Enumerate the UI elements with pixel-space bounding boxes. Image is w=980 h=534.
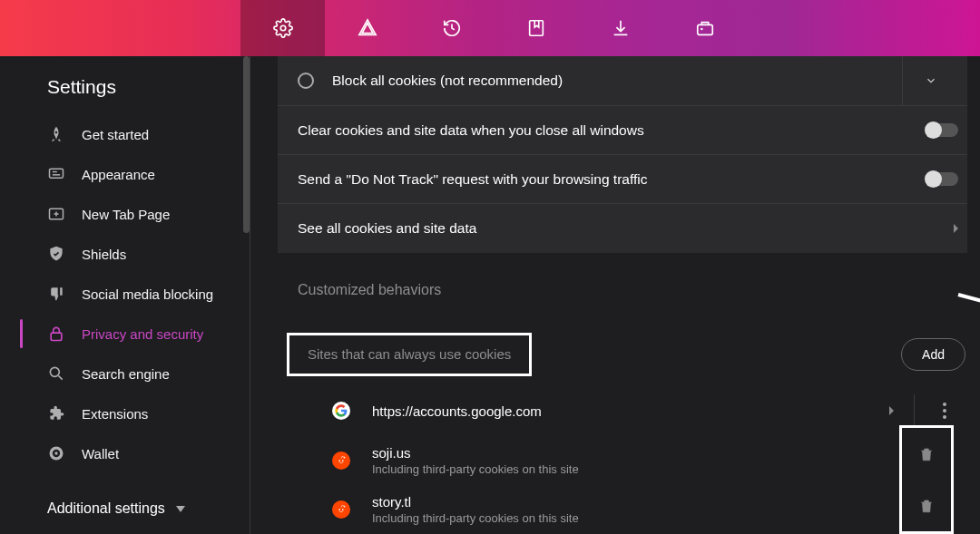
site-url: story.tl xyxy=(372,494,971,510)
extension-icon xyxy=(47,404,65,422)
appearance-icon xyxy=(47,165,65,183)
svg-point-16 xyxy=(338,460,340,461)
sidebar-item-extensions[interactable]: Extensions xyxy=(0,393,250,433)
search-icon xyxy=(47,364,65,383)
triangle-warning-icon xyxy=(358,18,377,38)
site-url: soji.us xyxy=(372,445,971,461)
svg-rect-1 xyxy=(529,21,543,36)
svg-line-12 xyxy=(59,376,63,380)
site-desc: Including third-party cookies on this si… xyxy=(372,462,971,476)
sidebar-item-new-tab[interactable]: New Tab Page xyxy=(0,194,250,234)
svg-point-19 xyxy=(338,509,340,510)
tab-rewards[interactable] xyxy=(325,0,409,56)
reddit-favicon-icon xyxy=(332,500,350,519)
sidebar-items: Get started Appearance New Tab Page Shie… xyxy=(0,114,250,473)
more-menu-button[interactable] xyxy=(935,401,955,421)
thumbs-down-icon xyxy=(47,285,65,303)
site-row[interactable]: soji.us Including third-party cookies on… xyxy=(278,436,980,485)
sidebar-scrollbar[interactable] xyxy=(242,56,250,534)
sidebar-item-social-blocking[interactable]: Social media blocking xyxy=(0,274,250,314)
sidebar-scrollbar-thumb[interactable] xyxy=(243,56,250,233)
add-button[interactable]: Add xyxy=(901,338,965,371)
always-cookies-title: Sites that can always use cookies xyxy=(308,346,511,362)
bookmark-page-icon xyxy=(526,18,546,38)
sidebar-label: Extensions xyxy=(82,406,148,422)
site-row[interactable]: https://accounts.google.com xyxy=(278,385,980,436)
sidebar-label: Get started xyxy=(82,127,149,142)
block-all-label: Block all cookies (not recommended) xyxy=(332,73,902,89)
sidebar-item-search-engine[interactable]: Search engine xyxy=(0,354,250,393)
site-text: https://accounts.google.com xyxy=(372,403,858,419)
more-vertical-icon xyxy=(943,403,946,419)
block-all-cookies-option[interactable]: Block all cookies (not recommended) xyxy=(278,56,967,106)
wallet-sidebar-icon xyxy=(47,444,65,462)
clear-on-close-label: Clear cookies and site data when you clo… xyxy=(298,122,927,139)
rocket-icon xyxy=(47,125,65,143)
lock-icon xyxy=(47,325,65,343)
google-favicon-icon xyxy=(332,402,350,420)
trash-annotation-box xyxy=(899,425,954,534)
sidebar-item-get-started[interactable]: Get started xyxy=(0,114,250,154)
sidebar-label: Search engine xyxy=(82,366,170,382)
tab-downloads[interactable] xyxy=(578,0,662,56)
shield-icon xyxy=(47,245,65,263)
sidebar-label: Privacy and security xyxy=(82,326,203,342)
chevron-right-icon[interactable] xyxy=(889,406,894,415)
site-row[interactable]: story.tl Including third-party cookies o… xyxy=(278,485,980,534)
radio-unchecked-icon[interactable] xyxy=(298,73,314,89)
reddit-favicon-icon xyxy=(332,451,350,470)
site-url: https://accounts.google.com xyxy=(372,403,858,419)
sidebar-label: Shields xyxy=(82,247,126,262)
chevron-down-icon xyxy=(176,506,185,512)
top-toolbar xyxy=(0,0,980,56)
svg-rect-10 xyxy=(51,333,62,340)
see-all-cookies-row[interactable]: See all cookies and site data xyxy=(278,204,967,253)
svg-point-15 xyxy=(54,451,57,454)
svg-point-3 xyxy=(701,28,701,29)
sidebar-item-appearance[interactable]: Appearance xyxy=(0,154,250,194)
trash-icon[interactable] xyxy=(918,445,935,463)
wallet-icon xyxy=(695,18,715,38)
divider xyxy=(914,394,915,427)
tab-bookmarks[interactable] xyxy=(494,0,578,56)
sidebar-label: New Tab Page xyxy=(82,207,170,222)
tab-wallet[interactable] xyxy=(662,0,747,56)
tab-history[interactable] xyxy=(409,0,494,56)
toolbar-spacer xyxy=(0,0,240,56)
sidebar-additional-settings[interactable]: Additional settings xyxy=(0,473,250,517)
highlighted-box: Sites that can always use cookies xyxy=(287,333,532,376)
site-text: soji.us Including third-party cookies on… xyxy=(372,445,971,476)
cookie-panel: Block all cookies (not recommended) Clea… xyxy=(278,56,967,253)
sidebar-title: Settings xyxy=(0,56,250,114)
site-desc: Including third-party cookies on this si… xyxy=(372,511,971,525)
clear-on-close-row: Clear cookies and site data when you clo… xyxy=(278,106,967,155)
chevron-down-icon xyxy=(925,74,937,87)
see-all-label: See all cookies and site data xyxy=(298,220,945,237)
svg-point-17 xyxy=(342,460,344,461)
site-list: https://accounts.google.com soji.us Incl… xyxy=(278,385,980,534)
tab-settings[interactable] xyxy=(240,0,325,56)
sidebar-label: Wallet xyxy=(82,446,119,461)
clear-on-close-toggle[interactable] xyxy=(927,123,958,137)
sidebar-item-wallet[interactable]: Wallet xyxy=(0,433,250,473)
svg-point-20 xyxy=(342,509,344,510)
svg-point-0 xyxy=(280,25,286,31)
sidebar-item-shields[interactable]: Shields xyxy=(0,234,250,274)
chevron-right-icon xyxy=(954,224,958,233)
sidebar-label: Social media blocking xyxy=(82,286,213,302)
site-row-actions xyxy=(880,394,971,427)
expand-button[interactable] xyxy=(902,56,958,105)
dnt-toggle[interactable] xyxy=(927,172,958,186)
download-icon xyxy=(611,18,631,38)
sidebar-item-privacy-security[interactable]: Privacy and security xyxy=(0,314,250,354)
allow-sites-header: Sites that can always use cookies Add xyxy=(278,307,980,385)
dnt-row: Send a "Do Not Track" request with your … xyxy=(278,155,967,204)
new-tab-icon xyxy=(47,205,65,223)
svg-rect-2 xyxy=(697,24,712,34)
customized-behaviors-heading: Customized behaviors xyxy=(278,253,980,307)
trash-icon[interactable] xyxy=(918,497,935,515)
additional-label: Additional settings xyxy=(47,500,165,517)
svg-point-11 xyxy=(50,367,59,376)
site-text: story.tl Including third-party cookies o… xyxy=(372,494,971,525)
sidebar: Settings Get started Appearance New Tab … xyxy=(0,56,250,534)
